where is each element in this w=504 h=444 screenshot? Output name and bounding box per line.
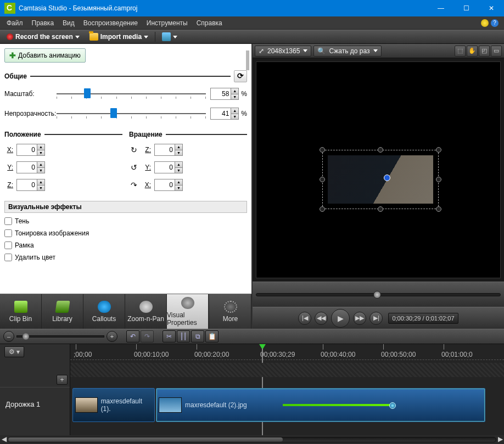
- axis-y: Y:: [142, 164, 151, 171]
- timeline-track-header: ⚙ ▾ + Дорожка 1: [0, 344, 70, 435]
- handle-w[interactable]: [320, 177, 325, 182]
- undo-button[interactable]: ↶: [126, 330, 139, 342]
- next-button[interactable]: ▶|: [369, 312, 383, 325]
- more-icon: [224, 301, 237, 313]
- record-screen-button[interactable]: Record the screen: [2, 31, 84, 43]
- copy-button[interactable]: ⧉: [191, 330, 204, 342]
- handle-e[interactable]: [436, 177, 441, 182]
- cut-button[interactable]: ✂: [163, 330, 176, 342]
- handle-nw[interactable]: [320, 147, 325, 153]
- seek-bar[interactable]: [256, 293, 501, 296]
- properties-panel: ✚ Добавить анимацию Общие ⟳ Масштаб: ▲▼ …: [0, 44, 251, 294]
- close-button[interactable]: ✕: [479, 0, 504, 16]
- forward-button[interactable]: ▶▶: [353, 312, 366, 325]
- handle-se[interactable]: [436, 206, 441, 212]
- split-button[interactable]: ⎮⎮: [177, 330, 190, 342]
- main-toolbar: Record the screen Import media: [0, 30, 504, 44]
- detach-button[interactable]: ◰: [479, 46, 490, 57]
- playhead[interactable]: [259, 344, 266, 350]
- add-track-button[interactable]: +: [57, 375, 68, 385]
- timeline-empty-track[interactable]: [70, 363, 504, 377]
- menu-edit[interactable]: Правка: [27, 18, 59, 29]
- paste-button[interactable]: 📋: [205, 330, 219, 342]
- timeline-ruler[interactable]: ;00;00 00;00:10;00 00;00:20;00 00;00:30;…: [70, 344, 504, 359]
- scroll-right-button[interactable]: ▶: [496, 435, 504, 444]
- import-media-button[interactable]: Import media: [85, 31, 153, 43]
- animation-arrow[interactable]: [283, 404, 393, 406]
- scrollbar[interactable]: [244, 50, 250, 287]
- clipbin-icon: [14, 301, 27, 313]
- effect-removecolor-checkbox[interactable]: [4, 254, 12, 261]
- effect-removecolor-label: Удалить цвет: [15, 254, 55, 261]
- play-button[interactable]: ▶: [331, 309, 350, 328]
- scale-label: Масштаб:: [4, 90, 57, 98]
- pos-y-input[interactable]: ▲▼: [16, 161, 45, 173]
- tab-more[interactable]: More: [210, 294, 251, 329]
- handle-sw[interactable]: [320, 206, 325, 212]
- produce-share-button[interactable]: [158, 31, 182, 43]
- fullscreen-button[interactable]: ▭: [491, 46, 502, 57]
- timeline-options-button[interactable]: ⚙ ▾: [4, 346, 24, 357]
- minimize-button[interactable]: —: [428, 0, 453, 16]
- zoom-in-button[interactable]: +: [107, 331, 117, 342]
- effect-colorize-checkbox[interactable]: [4, 229, 12, 237]
- selection-outline[interactable]: [322, 150, 439, 209]
- pos-x-input[interactable]: ▲▼: [16, 144, 45, 156]
- preview-canvas[interactable]: [256, 61, 501, 278]
- menu-play[interactable]: Воспроизведение: [79, 18, 142, 29]
- chevron-down-icon: [144, 36, 148, 38]
- rot-y-input[interactable]: ▲▼: [154, 161, 183, 173]
- tab-label: More: [223, 315, 238, 323]
- chevron-down-icon: [173, 36, 177, 38]
- crop-button[interactable]: ⬚: [455, 46, 466, 57]
- timeline-horizontal-scroll[interactable]: ◀ ▶: [0, 435, 504, 444]
- rewind-button[interactable]: ◀◀: [315, 312, 328, 325]
- scale-input[interactable]: ▲▼: [210, 88, 239, 100]
- timeline-tracks[interactable]: ;00;00 00;00:10;00 00;00:20;00 00;00:30;…: [70, 344, 504, 435]
- menu-view[interactable]: Вид: [58, 18, 79, 29]
- dimensions-dropdown[interactable]: ⤢ 2048x1365: [255, 46, 311, 57]
- tab-label: Zoom-n-Pan: [127, 315, 164, 323]
- menu-help[interactable]: Справка: [192, 18, 227, 29]
- timeline-clip-1[interactable]: maxresdefault (1).: [72, 388, 155, 422]
- redo-button[interactable]: ↷: [141, 330, 154, 342]
- record-icon: [7, 33, 13, 40]
- rotation-handle[interactable]: [384, 175, 390, 181]
- tab-clip-bin[interactable]: Clip Bin: [0, 294, 42, 329]
- zoom-out-button[interactable]: –: [3, 331, 14, 342]
- tab-zoom-pan[interactable]: Zoom-n-Pan: [125, 294, 167, 329]
- menu-file[interactable]: Файл: [2, 18, 27, 29]
- timeline-clip-2[interactable]: maxresdefault (2).jpg: [156, 388, 485, 422]
- effect-shadow-checkbox[interactable]: [4, 217, 12, 225]
- shrink-dropdown[interactable]: 🔍 Сжать до раз: [313, 46, 381, 57]
- rot-x-input[interactable]: ▲▼: [154, 179, 183, 191]
- opacity-slider[interactable]: [57, 109, 206, 119]
- rot-z-input[interactable]: ▲▼: [154, 144, 183, 156]
- maximize-button[interactable]: ☐: [453, 0, 479, 16]
- handle-n[interactable]: [378, 147, 383, 153]
- rotate-x-icon: ↷: [129, 181, 139, 189]
- tab-library[interactable]: Library: [42, 294, 83, 329]
- opacity-input[interactable]: ▲▼: [210, 108, 239, 120]
- handle-ne[interactable]: [436, 147, 441, 153]
- tab-label: Visual Properties: [167, 311, 208, 327]
- animation-keyframe[interactable]: [389, 402, 396, 409]
- handle-s[interactable]: [378, 206, 383, 212]
- tab-visual-properties[interactable]: Visual Properties: [167, 294, 209, 329]
- scroll-left-button[interactable]: ◀: [0, 435, 8, 444]
- folder-icon: [89, 33, 98, 41]
- effect-border-checkbox[interactable]: [4, 241, 12, 249]
- track-label[interactable]: Дорожка 1: [0, 387, 70, 421]
- tips-icon[interactable]: [481, 19, 489, 27]
- menu-tools[interactable]: Инструменты: [142, 18, 192, 29]
- tab-callouts[interactable]: Callouts: [83, 294, 125, 329]
- rotate-z-icon: ↻: [129, 145, 139, 154]
- prev-button[interactable]: |◀: [298, 312, 311, 325]
- add-animation-button[interactable]: ✚ Добавить анимацию: [4, 48, 86, 63]
- scale-slider[interactable]: [57, 89, 206, 99]
- pan-button[interactable]: ✋: [467, 46, 478, 57]
- pos-z-input[interactable]: ▲▼: [16, 179, 45, 191]
- chevron-down-icon: [75, 36, 80, 38]
- help-icon[interactable]: ?: [491, 19, 499, 27]
- zoom-slider[interactable]: [16, 335, 104, 338]
